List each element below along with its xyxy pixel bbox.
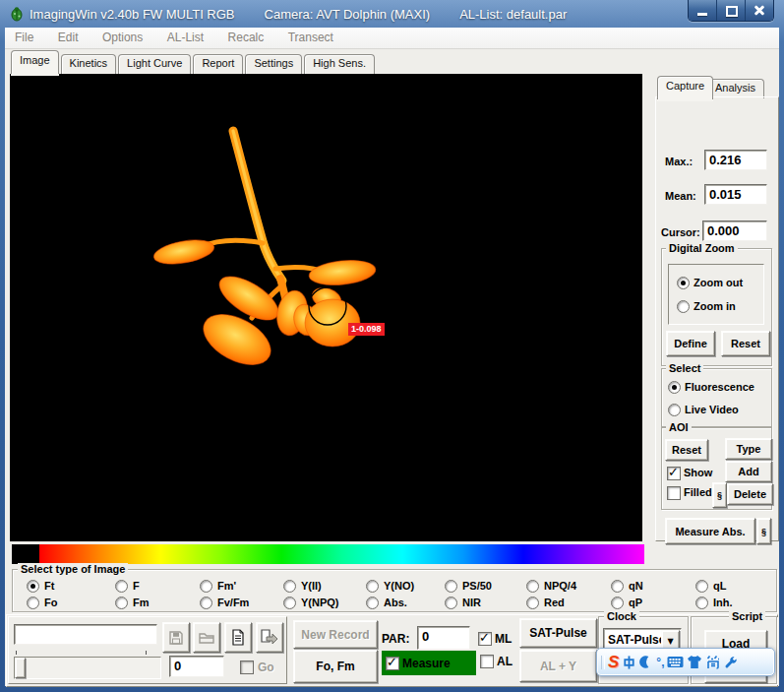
radio-abs[interactable]: [366, 597, 379, 609]
radio-ft[interactable]: [27, 580, 39, 593]
tab-image[interactable]: Image: [11, 50, 59, 74]
radio-ql[interactable]: [695, 580, 708, 593]
max-field[interactable]: 0.216: [704, 150, 767, 170]
menu-edit[interactable]: Edit: [48, 28, 89, 44]
soft-keyboard-icon[interactable]: [667, 654, 684, 671]
radio-ps50-label[interactable]: PS/50: [462, 580, 492, 592]
save-button[interactable]: [162, 622, 190, 653]
ml-checkbox[interactable]: [478, 632, 492, 646]
menu-transect[interactable]: Transect: [278, 28, 343, 44]
radio-red-label[interactable]: Red: [544, 597, 565, 608]
record-counter-field[interactable]: 0: [169, 656, 224, 677]
menu-options[interactable]: Options: [92, 28, 152, 44]
side-tab-analysis[interactable]: Analysis: [706, 79, 764, 98]
radio-fm-prime[interactable]: [200, 580, 212, 593]
ime-grip[interactable]: [601, 656, 605, 669]
go-checkbox[interactable]: [240, 661, 254, 674]
radio-live-video[interactable]: [668, 404, 681, 416]
aoi-type-button[interactable]: Type: [725, 438, 772, 460]
radio-qp-label[interactable]: qP: [629, 597, 642, 608]
radio-yii[interactable]: [283, 580, 296, 593]
title-bar[interactable]: ImagingWin v2.40b FW MULTI RGBCamera: AV…: [0, 0, 784, 28]
record-slider-thumb[interactable]: [15, 658, 26, 678]
radio-qp[interactable]: [611, 597, 624, 609]
radio-ft-label[interactable]: Ft: [44, 580, 54, 592]
chinese-mode-icon[interactable]: [622, 654, 636, 671]
record-slider-track[interactable]: [14, 657, 161, 679]
al-y-button[interactable]: AL + Y: [519, 650, 597, 682]
radio-inh-label[interactable]: Inh.: [713, 597, 733, 608]
radio-npq4[interactable]: [526, 580, 539, 593]
tab-high-sens[interactable]: High Sens.: [304, 54, 375, 74]
radio-qn-label[interactable]: qN: [629, 580, 643, 592]
tab-light-curve[interactable]: Light Curve: [118, 54, 191, 74]
new-record-button[interactable]: New Record: [293, 620, 378, 649]
side-tab-capture[interactable]: Capture: [657, 76, 713, 99]
radio-inh[interactable]: [695, 597, 708, 609]
radio-zoom-in-label[interactable]: Zoom in: [694, 300, 736, 312]
close-button[interactable]: [746, 0, 773, 21]
menu-file[interactable]: File: [5, 28, 43, 44]
radio-yno[interactable]: [366, 580, 379, 593]
zoom-reset-button[interactable]: Reset: [721, 331, 770, 356]
aoi-filled-checkbox[interactable]: [667, 486, 681, 500]
radio-fvfm[interactable]: [200, 597, 212, 609]
aoi-show-checkbox[interactable]: [667, 467, 681, 480]
record-name-field[interactable]: [14, 624, 157, 645]
radio-f-label[interactable]: F: [133, 580, 140, 592]
fullwidth-moon-icon[interactable]: [639, 654, 653, 671]
radio-f[interactable]: [115, 580, 128, 593]
zoom-define-button[interactable]: Define: [666, 331, 715, 356]
radio-zoom-in[interactable]: [677, 300, 690, 313]
radio-live-video-label[interactable]: Live Video: [685, 404, 739, 415]
radio-ynpq[interactable]: [283, 597, 296, 609]
radio-fluorescence-label[interactable]: Fluorescence: [685, 381, 754, 393]
simplified-chinese-icon[interactable]: [705, 654, 721, 671]
mean-field[interactable]: 0.015: [704, 184, 767, 205]
menu-al-list[interactable]: AL-List: [157, 28, 213, 44]
radio-qn[interactable]: [611, 580, 624, 593]
aoi-delete-button[interactable]: Delete: [727, 483, 773, 505]
cursor-field[interactable]: 0.000: [702, 220, 767, 241]
sogou-logo-icon[interactable]: S: [608, 654, 619, 671]
settings-wrench-icon[interactable]: [724, 654, 738, 671]
radio-zoom-out[interactable]: [677, 277, 690, 289]
radio-nir-label[interactable]: NIR: [462, 597, 481, 608]
export-button[interactable]: [256, 622, 283, 653]
aoi-squiggle-button[interactable]: §: [712, 482, 727, 508]
fluorescence-image-view[interactable]: 1-0.098: [10, 74, 642, 541]
punctuation-icon[interactable]: °,: [656, 654, 664, 671]
measure-abs-squiggle-button[interactable]: §: [756, 518, 771, 544]
radio-fm-label[interactable]: Fm: [133, 597, 150, 608]
radio-ps50[interactable]: [445, 580, 457, 593]
al-checkbox[interactable]: [480, 655, 494, 668]
maximize-button[interactable]: [717, 0, 746, 21]
aoi-reset-button[interactable]: Reset: [665, 439, 708, 461]
radio-yno-label[interactable]: Y(NO): [384, 580, 414, 592]
measure-abs-button[interactable]: Measure Abs.: [665, 518, 755, 544]
radio-red[interactable]: [526, 597, 539, 609]
radio-ynpq-label[interactable]: Y(NPQ): [301, 597, 339, 608]
radio-zoom-out-label[interactable]: Zoom out: [694, 277, 743, 288]
open-button[interactable]: [193, 622, 220, 653]
tab-report[interactable]: Report: [193, 54, 243, 74]
radio-nir[interactable]: [445, 597, 457, 609]
radio-fo-label[interactable]: Fo: [44, 597, 57, 608]
minimize-button[interactable]: [689, 0, 717, 21]
tab-settings[interactable]: Settings: [245, 54, 302, 74]
par-field[interactable]: 0: [417, 626, 470, 650]
aoi-add-button[interactable]: Add: [725, 461, 772, 482]
radio-ql-label[interactable]: qL: [713, 580, 726, 592]
radio-fluorescence[interactable]: [668, 381, 681, 394]
measure-checkbox[interactable]: [386, 657, 399, 670]
menu-recalc[interactable]: Recalc: [218, 28, 274, 44]
radio-fm-prime-label[interactable]: Fm': [217, 580, 236, 592]
fo-fm-button[interactable]: Fo, Fm: [293, 650, 378, 683]
radio-npq4-label[interactable]: NPQ/4: [544, 580, 576, 592]
radio-fm[interactable]: [115, 597, 128, 609]
radio-fo[interactable]: [27, 597, 39, 609]
tab-kinetics[interactable]: Kinetics: [61, 54, 117, 74]
report-button[interactable]: [224, 622, 252, 653]
radio-fvfm-label[interactable]: Fv/Fm: [217, 597, 249, 608]
skin-icon[interactable]: [687, 654, 702, 671]
